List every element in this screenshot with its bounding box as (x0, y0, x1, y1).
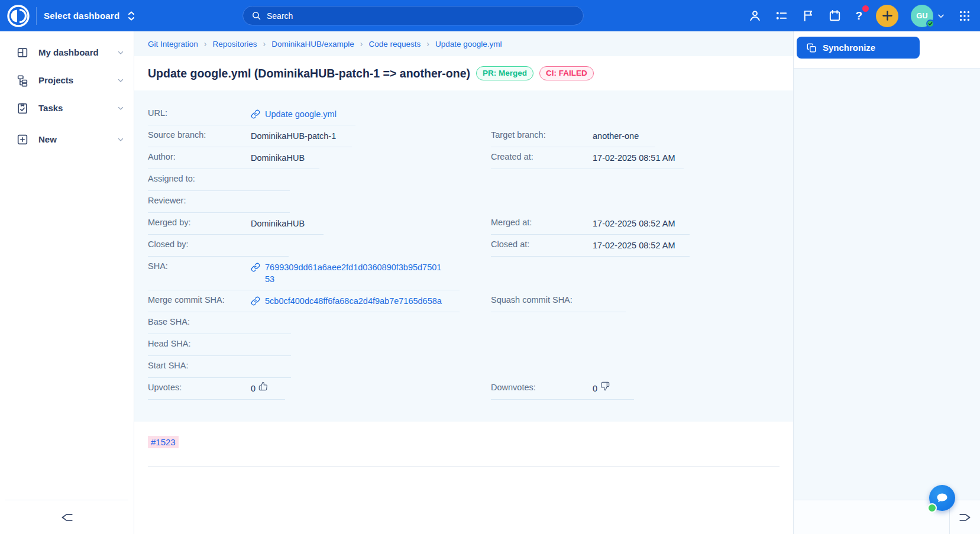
sidebar-nav: My dashboard Projects Tasks (0, 31, 134, 500)
sha-link[interactable]: 7699309dd61a6aee2fd1d0360890f3b95d750153 (251, 261, 444, 285)
sidebar-item-projects[interactable]: Projects (0, 66, 134, 94)
sidebar-item-my-dashboard[interactable]: My dashboard (0, 38, 134, 66)
field-url: URL: Update google.yml (148, 103, 355, 125)
field-squash-commit-sha: Squash commit SHA: (491, 290, 626, 312)
merged-at-value: 17-02-2025 08:52 AM (593, 218, 675, 229)
link-icon (251, 109, 260, 119)
description-section: #1523 (134, 422, 793, 467)
field-merged-by: Merged by: DominikaHUB (148, 213, 324, 235)
field-target-branch: Target branch: another-one (491, 125, 655, 147)
breadcrumb: Git Integration › Repositories › Dominik… (134, 31, 793, 56)
source-branch-value: DominikaHUB-patch-1 (251, 130, 336, 142)
issue-ref-link[interactable]: #1523 (148, 436, 179, 448)
app-logo[interactable] (0, 4, 36, 28)
select-dashboard-label: Select dashboard (44, 11, 119, 21)
projects-icon (16, 74, 29, 87)
squash-commit-sha-label: Squash commit SHA: (491, 295, 593, 305)
field-downvotes: Downvotes: 0 (491, 378, 634, 400)
link-icon (251, 263, 260, 272)
profile-icon[interactable] (748, 9, 762, 23)
user-menu[interactable]: GU (911, 5, 945, 27)
field-source-branch: Source branch: DominikaHUB-patch-1 (148, 125, 352, 147)
page-title: Update google.yml (DominikaHUB-patch-1 =… (148, 67, 470, 80)
start-sha-label: Start SHA: (148, 361, 251, 370)
new-icon (16, 133, 29, 146)
plus-icon (882, 10, 893, 21)
main-content: Git Integration › Repositories › Dominik… (134, 31, 793, 534)
closed-by-label: Closed by: (148, 240, 251, 249)
ci-status-badge: CI: FAILED (539, 66, 594, 80)
breadcrumb-separator: › (360, 39, 363, 48)
topbar: Select dashboard Search (0, 0, 980, 31)
apps-grid-icon[interactable] (958, 9, 972, 23)
breadcrumb-git-integration[interactable]: Git Integration (148, 40, 198, 48)
add-button[interactable] (876, 5, 898, 27)
author-value: DominikaHUB (251, 152, 305, 164)
field-sha: SHA: 7699309dd61a6aee2fd1d0360890f3b95d7… (148, 257, 460, 290)
upvotes-value: 0 (251, 383, 268, 394)
synchronize-button[interactable]: Synchronize (797, 37, 920, 59)
chevron-down-icon (117, 105, 124, 112)
sync-icon (806, 43, 817, 53)
chat-online-dot (927, 503, 937, 513)
topbar-actions: ? GU (748, 0, 972, 31)
url-link-text: Update google.yml (265, 108, 337, 120)
sha-link-text: 7699309dd61a6aee2fd1d0360890f3b95d750153 (265, 261, 444, 285)
target-branch-value: another-one (593, 130, 639, 142)
synchronize-label: Synchronize (823, 43, 875, 53)
sha-label: SHA: (148, 261, 251, 271)
breadcrumb-repositories[interactable]: Repositories (212, 40, 257, 48)
checklist-icon[interactable] (774, 9, 788, 23)
expand-right-icon[interactable] (949, 500, 980, 534)
pr-status-badge: PR: Merged (476, 66, 533, 80)
downvotes-count: 0 (593, 383, 597, 394)
field-closed-by: Closed by: (148, 235, 289, 257)
search-icon (251, 11, 261, 21)
upvotes-label: Upvotes: (148, 383, 251, 392)
collapse-left-icon[interactable] (59, 510, 75, 525)
notification-dot (862, 5, 869, 12)
merge-commit-sha-label: Merge commit SHA: (148, 295, 251, 305)
tasks-icon (16, 102, 29, 115)
sidebar-item-tasks[interactable]: Tasks (0, 94, 134, 122)
chevron-down-icon[interactable] (937, 12, 945, 20)
downvotes-value: 0 (593, 383, 610, 394)
merged-at-label: Merged at: (491, 218, 593, 227)
url-link[interactable]: Update google.yml (251, 108, 337, 120)
merge-commit-sha-link[interactable]: 5cb0cf400dc48ff6fa68ca2d4f9ab7e7165d658a (251, 295, 442, 307)
flag-icon[interactable] (801, 9, 815, 23)
search-placeholder: Search (267, 11, 293, 21)
sidebar-item-new[interactable]: New (0, 125, 134, 153)
merge-commit-sha-text: 5cb0cf400dc48ff6fa68ca2d4f9ab7e7165d658a (265, 295, 442, 307)
reviewer-label: Reviewer: (148, 196, 251, 205)
sidebar: My dashboard Projects Tasks (0, 31, 134, 534)
created-at-value: 17-02-2025 08:51 AM (593, 152, 675, 164)
target-branch-label: Target branch: (491, 130, 593, 140)
breadcrumb-code-requests[interactable]: Code requests (368, 40, 421, 48)
breadcrumb-current[interactable]: Update google.yml (435, 40, 502, 48)
chat-icon (935, 491, 949, 505)
help-icon[interactable]: ? (854, 9, 863, 22)
field-head-sha: Head SHA: (148, 334, 291, 356)
base-sha-label: Base SHA: (148, 317, 251, 326)
chevron-down-icon (117, 49, 124, 56)
right-panel-header: Synchronize (794, 31, 980, 68)
sidebar-label: My dashboard (38, 47, 117, 57)
chevron-down-icon (117, 77, 124, 84)
search-input[interactable]: Search (242, 6, 584, 25)
sidebar-label: New (38, 134, 117, 144)
downvotes-label: Downvotes: (491, 383, 593, 392)
topbar-divider (36, 7, 37, 25)
field-merge-commit-sha: Merge commit SHA: 5cb0cf400dc48ff6fa68ca… (148, 290, 460, 312)
field-reviewer: Reviewer: (148, 191, 290, 213)
author-label: Author: (148, 152, 251, 161)
merged-by-value: DominikaHUB (251, 218, 305, 229)
dashboard-selector[interactable]: Select dashboard (44, 10, 136, 22)
sidebar-label: Projects (38, 75, 117, 85)
closed-at-value: 17-02-2025 08:52 AM (593, 240, 675, 251)
breadcrumb-repo[interactable]: DominikaHUB/example (271, 40, 354, 48)
calendar-icon[interactable] (827, 9, 842, 23)
field-base-sha: Base SHA: (148, 312, 291, 334)
online-check-badge (926, 20, 934, 28)
thumbs-up-icon (258, 381, 268, 391)
